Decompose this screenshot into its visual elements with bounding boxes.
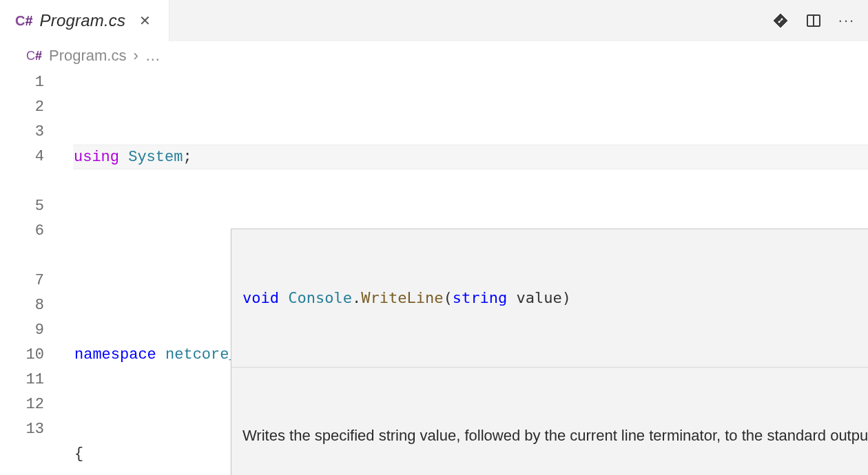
code-editor[interactable]: 1 2 3 4 5 6 7 8 9 10 11 12 13 using Syst… bbox=[0, 70, 868, 475]
line-number: 13 bbox=[0, 417, 44, 442]
line-number: 7 bbox=[0, 268, 44, 293]
close-icon[interactable]: ✕ bbox=[136, 11, 154, 30]
source-control-diff-icon[interactable] bbox=[772, 12, 789, 30]
line-number: 1 bbox=[0, 70, 44, 95]
csharp-file-icon: C# bbox=[15, 13, 33, 29]
line-number: 2 bbox=[0, 95, 44, 120]
line-number: 3 bbox=[0, 120, 44, 145]
split-editor-icon[interactable] bbox=[805, 12, 823, 30]
tab-bar: C# Program.cs ✕ ··· bbox=[0, 0, 868, 41]
line-number-gutter: 1 2 3 4 5 6 7 8 9 10 11 12 13 bbox=[0, 70, 62, 475]
csharp-file-icon: C# bbox=[26, 49, 42, 63]
line-number: 8 bbox=[0, 293, 44, 318]
code-area[interactable]: using System; namespace netcore_console … bbox=[62, 70, 868, 475]
hover-signature: void Console.WriteLine(string value) bbox=[231, 279, 868, 317]
more-actions-icon[interactable]: ··· bbox=[838, 12, 856, 30]
hover-description: Writes the specified string value, follo… bbox=[231, 417, 868, 457]
line-number: 10 bbox=[0, 343, 44, 368]
tab-actions: ··· bbox=[772, 0, 868, 41]
chevron-right-icon: › bbox=[134, 47, 138, 65]
line-number: 6 bbox=[0, 219, 44, 244]
line-number: 4 bbox=[0, 145, 44, 169]
hover-tooltip: void Console.WriteLine(string value) Wri… bbox=[231, 229, 868, 475]
line-number: 9 bbox=[0, 318, 44, 343]
editor-tab-program-cs[interactable]: C# Program.cs ✕ bbox=[0, 0, 169, 41]
breadcrumb[interactable]: C# Program.cs › … bbox=[0, 41, 868, 70]
line-number: 11 bbox=[0, 368, 44, 392]
line-number: 5 bbox=[0, 194, 44, 219]
tab-title: Program.cs bbox=[40, 11, 126, 30]
breadcrumb-more[interactable]: … bbox=[145, 47, 161, 65]
line-number: 12 bbox=[0, 392, 44, 417]
code-line[interactable]: using System; bbox=[73, 145, 868, 169]
breadcrumb-file[interactable]: Program.cs bbox=[49, 47, 126, 65]
